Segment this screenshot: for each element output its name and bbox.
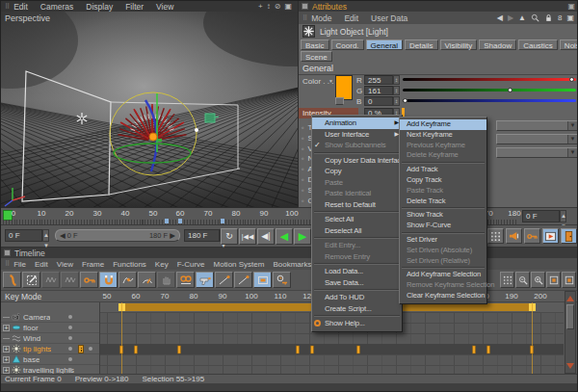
- menu-item-show-help[interactable]: Show Help...: [312, 318, 402, 329]
- record-clip-button[interactable]: [542, 228, 559, 244]
- channel-spinner-g[interactable]: ↕: [393, 86, 400, 95]
- record-door-button[interactable]: [561, 228, 577, 244]
- move-view-icon[interactable]: +: [258, 2, 263, 11]
- channel-value-b[interactable]: 0: [364, 96, 393, 106]
- ruler-key-mark[interactable]: [221, 219, 224, 223]
- menu-item-set-driver[interactable]: Set Driver: [400, 235, 486, 246]
- loop-film-button[interactable]: [176, 272, 195, 288]
- grid-dots-button[interactable]: [500, 272, 514, 288]
- current-frame-field[interactable]: 0 F ▲▼: [5, 229, 49, 242]
- menu-item-add-track[interactable]: Add Track: [400, 165, 486, 175]
- dropdown-partial[interactable]: ▼: [496, 134, 578, 144]
- attributes-menu-user-data[interactable]: User Data: [371, 13, 407, 23]
- velocity-gauge-button[interactable]: [138, 272, 156, 288]
- menu-item-show-track[interactable]: Show Track: [400, 210, 486, 221]
- autokey-button[interactable]: [524, 228, 540, 244]
- search-icon[interactable]: [531, 13, 539, 22]
- track-row-base[interactable]: +base: [1, 354, 100, 365]
- timeline-menu-key[interactable]: Key: [155, 260, 169, 269]
- menu-item-deselect-all[interactable]: Deselect All: [312, 225, 402, 237]
- zoom-out-button[interactable]: [515, 272, 530, 288]
- channel-value-r[interactable]: 255: [364, 75, 393, 85]
- snap-magnet-button[interactable]: [99, 272, 118, 288]
- menu-item-show-f-curve[interactable]: Show F-Curve: [400, 221, 486, 231]
- track-enable-dot[interactable]: [68, 336, 72, 340]
- expand-icon[interactable]: +: [3, 367, 10, 374]
- menu-item-next-keyframe[interactable]: Next Keyframe: [400, 130, 486, 141]
- link-icon[interactable]: 8: [558, 13, 562, 22]
- ik-bone-button[interactable]: [3, 272, 21, 288]
- frame-value[interactable]: 180 F: [184, 229, 220, 242]
- loop-playback-button[interactable]: ↻: [221, 228, 238, 245]
- menu-item-add-to-hud[interactable]: Add To HUD: [312, 292, 402, 303]
- viewport-menu-view[interactable]: View: [156, 2, 173, 12]
- tab-general[interactable]: General: [366, 39, 403, 50]
- track-enable-dot[interactable]: [68, 347, 72, 351]
- channel-spinner-r[interactable]: ↕: [393, 75, 400, 85]
- tab-noise[interactable]: Noise: [560, 39, 578, 50]
- frame-selection-button[interactable]: [546, 272, 561, 288]
- maximize-view-icon[interactable]: ▣: [284, 2, 292, 11]
- frame-value[interactable]: 0 F: [5, 229, 42, 242]
- track-row-travelling-lights[interactable]: +travelling lights: [1, 365, 100, 374]
- goto-start-button[interactable]: |◀◀: [239, 228, 256, 245]
- track-enable-dot[interactable]: [68, 326, 72, 329]
- attributes-menu-mode[interactable]: Mode: [311, 13, 331, 23]
- menu-item-reset-to-default[interactable]: Reset to Default: [312, 199, 402, 211]
- channel-slider-g[interactable]: [403, 89, 576, 91]
- hand-button[interactable]: [157, 272, 175, 288]
- timeline-ruler[interactable]: Key Mode 5060708090100110120130140150160…: [1, 291, 578, 302]
- channel-value-g[interactable]: 161: [364, 86, 393, 95]
- timeline-scrollbar[interactable]: [565, 291, 576, 374]
- timeline-menu-edit[interactable]: Edit: [35, 260, 48, 269]
- tab-caustics[interactable]: Caustics: [518, 39, 558, 50]
- curve-key-button[interactable]: [118, 272, 137, 288]
- timeline-menu-file[interactable]: File: [13, 260, 26, 269]
- current-frame-field-right[interactable]: 0 F ▲▼: [522, 210, 566, 222]
- timeline-menu-motion-system[interactable]: Motion System: [214, 260, 265, 269]
- attributes-menu-edit[interactable]: Edit: [344, 13, 358, 23]
- menu-item-create-script[interactable]: Create Script...: [312, 303, 402, 315]
- timeline-menu-frame[interactable]: Frame: [82, 260, 104, 269]
- menu-item-animation[interactable]: Animation▶: [312, 118, 402, 129]
- timeline-menu-functions[interactable]: Functions: [113, 260, 146, 269]
- ramp-out-button[interactable]: [234, 272, 252, 288]
- menu-item-clear-keyframe-selection[interactable]: Clear Keyframe Selection: [400, 291, 486, 301]
- scroll-up-icon[interactable]: [566, 296, 574, 301]
- slider-knob[interactable]: [508, 88, 512, 92]
- spinner[interactable]: ▲▼: [560, 210, 566, 222]
- tab-coord[interactable]: Coord.: [331, 39, 364, 50]
- track-row-Wind[interactable]: Wind: [1, 333, 100, 344]
- dolly-view-icon[interactable]: ↕: [267, 2, 271, 11]
- wave-b-button[interactable]: [61, 272, 79, 288]
- clip-box-button[interactable]: [253, 272, 272, 288]
- panel-grip-icon[interactable]: ⠿: [5, 260, 10, 268]
- slider-knob[interactable]: [403, 98, 407, 103]
- driver-tool-button[interactable]: [196, 272, 214, 288]
- record-key-button[interactable]: [80, 272, 98, 288]
- range-slider[interactable]: ◀ 0 F 180 F ▶: [55, 229, 180, 242]
- track-enable-dot[interactable]: [68, 315, 72, 319]
- timeline-titlebar[interactable]: Timeline: [1, 248, 578, 258]
- panel-detach-icon[interactable]: ▣: [567, 2, 575, 11]
- viewport-menu-filter[interactable]: Filter: [125, 2, 144, 12]
- menu-item-copy-track[interactable]: Copy Track: [400, 175, 486, 186]
- scrollbar-thumb[interactable]: [566, 304, 574, 329]
- expand-icon[interactable]: +: [3, 325, 10, 331]
- menu-item-add-keyframe-selection[interactable]: Add Keyframe Selection: [400, 270, 486, 280]
- channel-slider-b[interactable]: [403, 99, 576, 102]
- slider-knob[interactable]: [569, 77, 574, 82]
- new-panel-icon[interactable]: ▣: [566, 13, 574, 22]
- spinner[interactable]: ▲▼: [42, 229, 49, 242]
- up-icon[interactable]: ▲: [518, 13, 526, 22]
- tab-details[interactable]: Details: [405, 39, 437, 50]
- track-enable-dot[interactable]: [68, 368, 72, 372]
- expand-icon[interactable]: +: [3, 356, 10, 363]
- menu-item-save-data[interactable]: Save Data...: [312, 277, 402, 289]
- play-forward-button[interactable]: ▶: [294, 228, 311, 245]
- timeline-menu-f-curve[interactable]: F-Curve: [177, 260, 205, 269]
- key-state-badge[interactable]: [78, 345, 84, 353]
- ramp-in-button[interactable]: [215, 272, 233, 288]
- back-icon[interactable]: ◀: [497, 13, 503, 22]
- track-row-floor[interactable]: +floor: [1, 323, 100, 333]
